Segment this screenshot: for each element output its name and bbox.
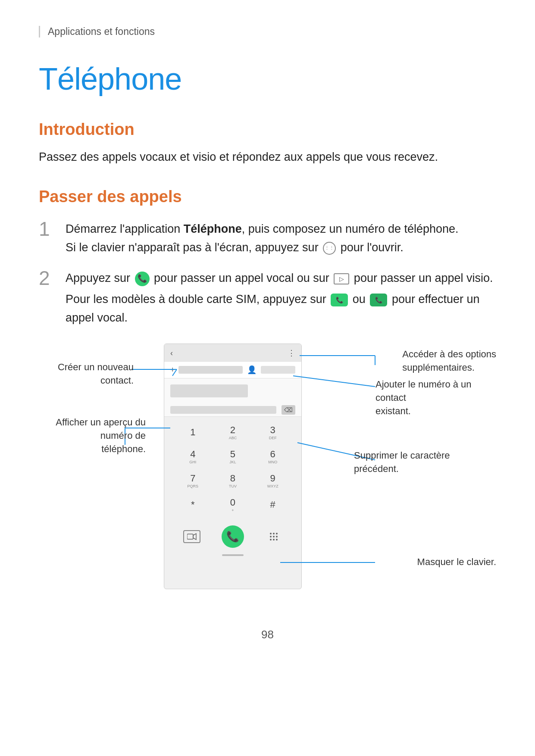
back-arrow-icon: ‹ <box>170 349 173 358</box>
annotation-hide-keypad: Masquer le clavier. <box>417 556 496 569</box>
step-1-number: 1 <box>39 218 66 240</box>
svg-marker-1 <box>193 534 196 540</box>
svg-point-7 <box>276 536 278 537</box>
svg-rect-0 <box>187 534 193 539</box>
key-star: * <box>173 493 213 517</box>
phone-screen-mockup: ‹ ⋮ + 👤 ⌫ <box>164 344 302 589</box>
introduction-section: Introduction Passez des appels vocaux et… <box>39 120 496 166</box>
key-0: 0+ <box>213 493 253 517</box>
call-button-icon: 📞 <box>222 525 244 548</box>
svg-point-4 <box>276 533 278 534</box>
step-2-line1: Appuyez sur 📞 pour passer un appel vocal… <box>66 269 496 287</box>
svg-point-9 <box>273 539 275 540</box>
step-2: 2 Appuyez sur 📞 pour passer un appel voc… <box>39 269 496 328</box>
breadcrumb-text: Applications et fonctions <box>48 26 155 37</box>
step-2-line2: Pour les modèles à double carte SIM, app… <box>66 290 496 327</box>
person-icon: 👤 <box>247 365 257 375</box>
svg-point-2 <box>270 533 272 534</box>
key-2: 2ABC <box>213 420 253 444</box>
step-2-content: Appuyez sur 📞 pour passer un appel vocal… <box>66 269 496 328</box>
video-call-icon: ▷ <box>334 273 349 284</box>
annotation-add-existing: Ajouter le numéro à un contactexistant. <box>375 378 496 418</box>
svg-point-10 <box>276 539 278 540</box>
key-8: 8TUV <box>213 469 253 493</box>
key-6: 6MNO <box>253 444 293 469</box>
phone-screen-header: ‹ ⋮ <box>164 344 301 362</box>
video-call-button-icon <box>183 530 200 543</box>
number-preview-blurred <box>170 406 276 414</box>
keypad-bottom-row: 📞 <box>164 520 301 552</box>
phone-call-icon: 📞 <box>135 272 150 286</box>
page-number: 98 <box>39 628 496 641</box>
contacts-row: + 👤 <box>164 362 301 378</box>
key-3: 3DEF <box>253 420 293 444</box>
passer-appels-section: Passer des appels 1 Démarrez l'applicati… <box>39 187 496 603</box>
step-1-bold: Téléphone <box>184 222 242 235</box>
annotation-more-options: Accéder à des optionssupplémentaires. <box>402 348 496 375</box>
page-title: Téléphone <box>39 61 496 97</box>
menu-dots-icon: ⋮ <box>288 348 295 358</box>
grid-icon-inline: ⋮⋮ <box>323 242 336 255</box>
backspace-icon: ⌫ <box>282 405 295 415</box>
svg-point-8 <box>270 539 272 540</box>
svg-point-6 <box>273 536 275 537</box>
blurred-name-bar <box>261 366 295 374</box>
keyboard-hide-bar <box>164 552 301 558</box>
svg-line-15 <box>293 376 375 387</box>
key-9: 9WXYZ <box>253 469 293 493</box>
step-1: 1 Démarrez l'application Téléphone, puis… <box>39 220 496 257</box>
annotation-create-contact: Créer un nouveau contact. <box>39 361 134 387</box>
number-display-area <box>164 378 301 403</box>
step-1-content: Démarrez l'application Téléphone, puis c… <box>66 220 496 257</box>
hide-keypad-icon <box>265 528 282 545</box>
key-1: 1 <box>173 420 213 444</box>
svg-point-5 <box>270 536 272 537</box>
introduction-title: Introduction <box>39 120 496 139</box>
sim2-icon: 📞 <box>370 294 387 306</box>
key-5: 5JKL <box>213 444 253 469</box>
annotation-delete-char: Supprimer le caractère précédent. <box>354 449 496 476</box>
key-7: 7PQRS <box>173 469 213 493</box>
annotation-show-preview: Afficher un aperçu du numéro detéléphone… <box>39 416 146 456</box>
breadcrumb: Applications et fonctions <box>39 26 496 37</box>
step-2-number: 2 <box>39 267 66 289</box>
step-1-line2: Si le clavier n'apparaît pas à l'écran, … <box>66 238 496 257</box>
number-display-blurred <box>170 384 248 397</box>
keypad: 1 2ABC 3DEF 4GHI 5JKL 6MNO 7PQRS 8TUV 9W… <box>164 417 301 520</box>
add-contact-plus-icon: + <box>170 366 175 375</box>
sim1-icon: 📞 <box>331 294 348 306</box>
passer-appels-title: Passer des appels <box>39 187 496 206</box>
keyboard-hide-handle <box>222 554 244 556</box>
backspace-row: ⌫ <box>164 403 301 417</box>
blurred-number-bar <box>178 366 243 374</box>
key-hash: # <box>253 493 293 517</box>
step-1-line1: Démarrez l'application Téléphone, puis c… <box>66 220 496 238</box>
page-container: Applications et fonctions Téléphone Intr… <box>0 0 535 667</box>
key-4: 4GHI <box>173 444 213 469</box>
diagram: ‹ ⋮ + 👤 ⌫ <box>39 344 496 602</box>
svg-point-3 <box>273 533 275 534</box>
introduction-body: Passez des appels vocaux et visio et rép… <box>39 148 496 166</box>
